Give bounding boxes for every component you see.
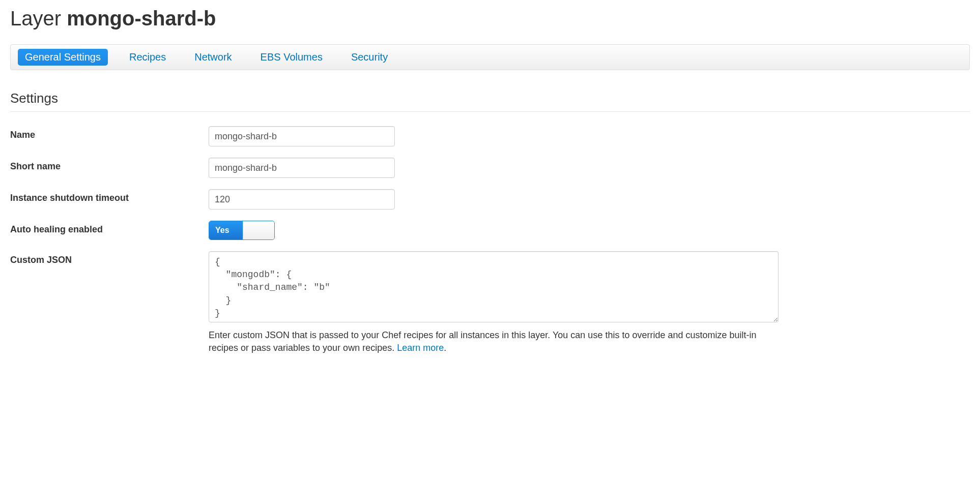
tab-recipes[interactable]: Recipes (122, 49, 173, 66)
section-divider (10, 111, 970, 112)
tab-general-settings[interactable]: General Settings (18, 49, 108, 66)
label-customjson: Custom JSON (10, 251, 209, 265)
page-title: Layer mongo-shard-b (10, 7, 970, 30)
row-name: Name (10, 126, 970, 146)
row-autoheal: Auto healing enabled Yes (10, 221, 970, 240)
label-autoheal: Auto healing enabled (10, 221, 209, 235)
label-timeout: Instance shutdown timeout (10, 189, 209, 203)
row-shortname: Short name (10, 158, 970, 178)
input-timeout[interactable] (209, 189, 395, 209)
row-customjson: Custom JSON Enter custom JSON that is pa… (10, 251, 970, 354)
tab-ebs-volumes[interactable]: EBS Volumes (253, 49, 330, 66)
toggle-autoheal[interactable]: Yes (209, 221, 275, 240)
label-shortname: Short name (10, 158, 209, 172)
label-name: Name (10, 126, 209, 140)
help-customjson: Enter custom JSON that is passed to your… (209, 329, 779, 354)
link-learn-more[interactable]: Learn more (397, 343, 444, 353)
row-timeout: Instance shutdown timeout (10, 189, 970, 209)
tab-security[interactable]: Security (344, 49, 395, 66)
tab-bar: General Settings Recipes Network EBS Vol… (10, 44, 970, 70)
toggle-autoheal-on-label: Yes (209, 221, 243, 240)
page-title-name: mongo-shard-b (67, 7, 216, 29)
toggle-autoheal-knob (243, 221, 274, 240)
tab-network[interactable]: Network (187, 49, 239, 66)
section-title: Settings (10, 91, 970, 106)
page-title-prefix: Layer (10, 7, 67, 29)
help-customjson-text: Enter custom JSON that is passed to your… (209, 330, 757, 353)
input-name[interactable] (209, 126, 395, 146)
textarea-customjson[interactable] (209, 251, 779, 322)
input-shortname[interactable] (209, 158, 395, 178)
